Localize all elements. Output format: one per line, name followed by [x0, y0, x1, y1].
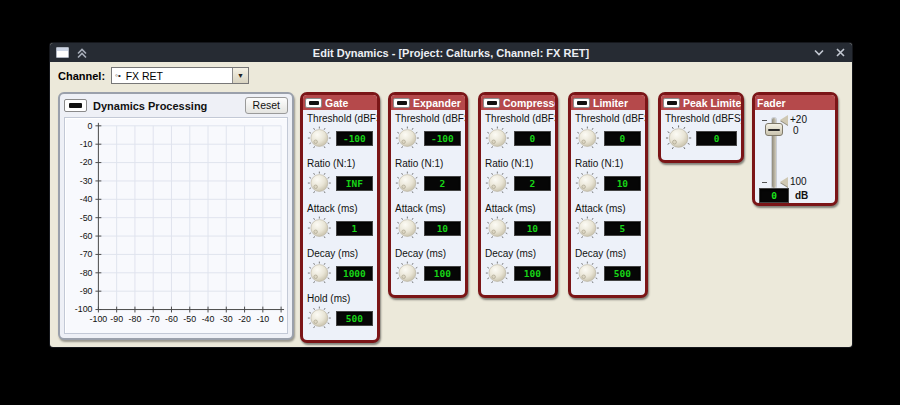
knob[interactable]	[395, 260, 420, 287]
reset-button[interactable]: Reset	[245, 97, 288, 114]
dynamics-panel-header: Dynamics Processing Reset	[60, 94, 292, 116]
processor-title: Gate	[325, 97, 348, 109]
svg-text:-30: -30	[80, 176, 93, 186]
param-label: Ratio (N:1)	[575, 158, 641, 170]
fader-bottom-tickmark	[762, 182, 767, 183]
value-display: 5	[604, 221, 641, 236]
close-icon[interactable]	[835, 47, 846, 58]
chevron-down-icon[interactable]	[813, 47, 825, 58]
combo-dropdown-arrow-icon[interactable]: ▼	[232, 68, 248, 83]
value-display: 1	[336, 221, 373, 236]
svg-text:-30: -30	[220, 314, 233, 324]
param-label: Threshold (dBFS)	[395, 113, 461, 125]
svg-text:-100: -100	[75, 304, 93, 314]
titlebar[interactable]: Edit Dynamics - [Project: Calturks, Chan…	[50, 43, 852, 62]
param-label: Hold (ms)	[307, 293, 373, 305]
param-label: Decay (ms)	[485, 248, 551, 260]
value-display: -100	[424, 131, 461, 146]
channel-icon: ◦•	[115, 72, 121, 80]
power-toggle[interactable]	[305, 98, 322, 108]
param-label: Threshold (dBFS)	[307, 113, 373, 125]
param-label: Ratio (N:1)	[395, 158, 461, 170]
param-decay-ms: Decay (ms) 500	[575, 248, 641, 287]
processor-header: Limiter	[571, 95, 645, 110]
processor-panel-expander: Expander Threshold (dBFS) -100 Ratio (N:…	[388, 92, 468, 298]
power-toggle[interactable]	[483, 98, 500, 108]
value-display: INF	[336, 176, 373, 191]
value-display: 0	[514, 131, 551, 146]
value-display: 10	[424, 221, 461, 236]
svg-text:-80: -80	[129, 314, 142, 324]
knob[interactable]	[307, 170, 332, 197]
svg-text:-40: -40	[80, 194, 93, 204]
param-attack-ms: Attack (ms) 5	[575, 203, 641, 242]
value-display: 500	[604, 266, 641, 281]
dynamics-power-toggle[interactable]	[64, 99, 87, 112]
param-label: Attack (ms)	[307, 203, 373, 215]
param-attack-ms: Attack (ms) 10	[395, 203, 461, 242]
knob[interactable]	[485, 215, 510, 242]
param-decay-ms: Decay (ms) 100	[395, 248, 461, 287]
param-label: Attack (ms)	[395, 203, 461, 215]
processor-header: Compressor	[481, 95, 555, 110]
param-label: Ratio (N:1)	[485, 158, 551, 170]
channel-select[interactable]: ◦• FX RET ▼	[111, 67, 249, 84]
knob[interactable]	[665, 125, 692, 152]
svg-text:0: 0	[279, 314, 284, 324]
knob[interactable]	[485, 260, 510, 287]
fader-min-marker-icon[interactable]	[780, 177, 788, 187]
knob[interactable]	[307, 215, 332, 242]
window-menu-icon[interactable]	[56, 47, 69, 58]
param-label: Attack (ms)	[485, 203, 551, 215]
toggle-bar-icon	[397, 101, 407, 105]
param-attack-ms: Attack (ms) 10	[485, 203, 551, 242]
value-display: 2	[514, 176, 551, 191]
param-hold-ms: Hold (ms) 500	[307, 293, 373, 332]
knob[interactable]	[307, 305, 332, 332]
fader-header: Fader	[755, 95, 835, 110]
processor-title: Peak Limiter	[683, 97, 744, 109]
param-threshold-dbfs: Threshold (dBFS) 0	[575, 113, 641, 152]
processor-header: Expander	[391, 95, 465, 110]
knob[interactable]	[485, 125, 510, 152]
processor-header: Gate	[303, 95, 377, 110]
processor-panel-fader: Fader +20 0 100 0 dB	[752, 92, 838, 206]
svg-text:-100: -100	[90, 314, 108, 324]
processor-title: Expander	[413, 97, 461, 109]
param-label: Threshold (dBFS)	[575, 113, 641, 125]
fader-body: +20 0 100 0 dB	[755, 110, 835, 204]
shade-chevrons-up-icon[interactable]	[76, 47, 88, 59]
knob[interactable]	[575, 125, 600, 152]
svg-text:-60: -60	[165, 314, 178, 324]
param-label: Attack (ms)	[575, 203, 641, 215]
dynamics-processing-panel: Dynamics Processing Reset 0-10-20-30-40-…	[58, 92, 294, 340]
value-display: -100	[336, 131, 373, 146]
knob[interactable]	[395, 170, 420, 197]
knob[interactable]	[485, 170, 510, 197]
param-label: Decay (ms)	[395, 248, 461, 260]
window-title: Edit Dynamics - [Project: Calturks, Chan…	[50, 47, 852, 59]
value-display: 0	[696, 131, 737, 146]
param-ratio-n-1: Ratio (N:1) 10	[575, 158, 641, 197]
fader-handle[interactable]	[765, 123, 783, 136]
knob[interactable]	[395, 125, 420, 152]
power-toggle[interactable]	[663, 98, 680, 108]
edit-dynamics-window: Edit Dynamics - [Project: Calturks, Chan…	[50, 43, 852, 347]
power-toggle[interactable]	[573, 98, 590, 108]
knob[interactable]	[307, 125, 332, 152]
toggle-bar-icon	[309, 101, 319, 105]
param-decay-ms: Decay (ms) 100	[485, 248, 551, 287]
param-label: Decay (ms)	[307, 248, 373, 260]
knob[interactable]	[575, 260, 600, 287]
processor-header: Peak Limiter	[661, 95, 741, 110]
svg-text:0: 0	[88, 121, 93, 131]
knob[interactable]	[307, 260, 332, 287]
svg-text:-40: -40	[202, 314, 215, 324]
knob[interactable]	[575, 170, 600, 197]
param-ratio-n-1: Ratio (N:1) INF	[307, 158, 373, 197]
dynamics-graph[interactable]: 0-10-20-30-40-50-60-70-80-90-100-100-90-…	[64, 117, 288, 334]
knob[interactable]	[575, 215, 600, 242]
knob[interactable]	[395, 215, 420, 242]
power-toggle[interactable]	[393, 98, 410, 108]
processor-panel-gate: Gate Threshold (dBFS) -100 Ratio (N:1) I…	[300, 92, 380, 343]
